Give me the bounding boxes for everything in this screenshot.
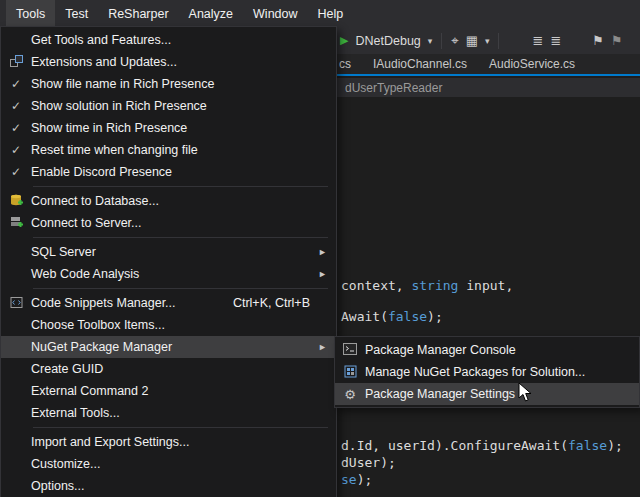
menu-item-web-code-analysis[interactable]: Web Code Analysis► <box>1 263 336 285</box>
menu-item-connect-to-database[interactable]: Connect to Database... <box>1 190 336 212</box>
tab-audioservice[interactable]: AudioService.cs <box>478 54 586 74</box>
console-icon <box>335 343 365 357</box>
menu-tools[interactable]: Tools <box>6 0 55 27</box>
snippets-icon <box>1 296 31 311</box>
menu-analyze[interactable]: Analyze <box>179 0 243 27</box>
start-debug-icon[interactable]: ▶ <box>340 34 348 47</box>
menu-item-package-manager-settings[interactable]: ⚙Package Manager Settings <box>335 383 639 405</box>
debug-target-selector[interactable]: DNetDebug <box>355 34 420 48</box>
menu-test[interactable]: Test <box>55 0 98 27</box>
menu-item-show-time-rich-presence[interactable]: ✓Show time in Rich Presence <box>1 117 336 139</box>
code-line: d.Id, userId).ConfigureAwait(false); <box>341 438 623 453</box>
check-icon: ✓ <box>1 144 31 156</box>
menu-item-external-command-2[interactable]: External Command 2 <box>1 380 336 402</box>
menu-item-manage-nuget-packages-for-solution[interactable]: Manage NuGet Packages for Solution... <box>335 361 639 383</box>
menu-item-customize[interactable]: Customize... <box>1 453 336 475</box>
vs-window: Tools Test ReSharper Analyze Window Help… <box>0 0 640 497</box>
mouse-cursor <box>518 382 534 404</box>
code-keyword: false <box>388 309 427 324</box>
toolbar-separator <box>498 33 499 49</box>
packages-icon <box>335 365 365 380</box>
code-line: dUser); <box>341 455 396 470</box>
attach-process-icon[interactable]: ⌖ <box>451 33 458 49</box>
navigation-type-label[interactable]: dUserTypeReader <box>345 81 442 95</box>
menu-window[interactable]: Window <box>243 0 307 27</box>
code-text: dUser); <box>341 455 396 470</box>
tab-iaudiochannel[interactable]: IAudioChannel.cs <box>362 54 478 74</box>
layout-chevron-icon[interactable]: ▾ <box>485 36 490 46</box>
next-bookmark-icon[interactable]: ⚑ <box>611 33 623 48</box>
window-layout-icon[interactable]: ▦ <box>466 33 478 48</box>
menu-item-choose-toolbox-items[interactable]: Choose Toolbox Items... <box>1 314 336 336</box>
code-keyword: se <box>341 472 357 487</box>
menu-item-enable-discord-presence[interactable]: ✓Enable Discord Presence <box>1 161 336 183</box>
menu-separator <box>33 427 328 428</box>
menu-item-connect-to-server[interactable]: Connect to Server... <box>1 212 336 234</box>
code-keyword: false <box>568 438 607 453</box>
menu-item-import-and-export-settings[interactable]: Import and Export Settings... <box>1 431 336 453</box>
submenu-arrow-icon: ► <box>318 342 327 352</box>
indent-guides-icon[interactable]: ≣ <box>532 33 543 48</box>
code-line: context, string input, <box>341 278 513 293</box>
menu-item-show-solution-rich-presence[interactable]: ✓Show solution in Rich Presence <box>1 95 336 117</box>
code-text: ); <box>607 438 623 453</box>
menu-item-extensions-and-updates[interactable]: Extensions and Updates... <box>1 51 336 73</box>
code-line: Await(false); <box>341 309 443 324</box>
bookmark-icon[interactable]: ⚑ <box>592 33 604 48</box>
check-icon: ✓ <box>1 166 31 178</box>
menu-item-get-tools-and-features[interactable]: Get Tools and Features... <box>1 29 336 51</box>
code-text: context, <box>341 278 411 293</box>
database-icon <box>1 194 31 209</box>
menu-item-nuget-package-manager[interactable]: NuGet Package Manager► <box>1 336 336 358</box>
toolbar-separator <box>441 33 442 49</box>
check-icon: ✓ <box>1 78 31 90</box>
gear-icon: ⚙ <box>335 388 365 401</box>
menu-help[interactable]: Help <box>308 0 354 27</box>
submenu-arrow-icon: ► <box>318 247 327 257</box>
menu-separator <box>33 186 328 187</box>
code-text: d.Id, userId).ConfigureAwait( <box>341 438 568 453</box>
toolbar-content: ▶ DNetDebug ▾ ⌖ ▦ ▾ ≣ ≣ ⚑ ⚑ <box>340 27 623 54</box>
menu-item-create-guid[interactable]: Create GUID <box>1 358 336 380</box>
server-icon <box>1 216 31 231</box>
code-line: se); <box>341 472 372 487</box>
code-text: ); <box>357 472 373 487</box>
nuget-submenu: Package Manager Console Manage NuGet Pac… <box>334 336 640 408</box>
menu-separator <box>33 288 328 289</box>
line-numbers-icon[interactable]: ≣ <box>550 33 561 48</box>
menu-item-options[interactable]: Options... <box>1 475 336 497</box>
code-text: input, <box>458 278 513 293</box>
code-text: ); <box>427 309 443 324</box>
chevron-down-icon[interactable]: ▾ <box>428 36 433 46</box>
menu-separator <box>33 237 328 238</box>
menu-shortcut: Ctrl+K, Ctrl+B <box>233 296 310 310</box>
tools-menu: Get Tools and Features... Extensions and… <box>0 26 337 497</box>
code-keyword: string <box>411 278 458 293</box>
menu-item-package-manager-console[interactable]: Package Manager Console <box>335 339 639 361</box>
extensions-icon <box>1 55 31 70</box>
menu-item-external-tools[interactable]: External Tools... <box>1 402 336 424</box>
submenu-arrow-icon: ► <box>318 269 327 279</box>
menu-item-show-file-name-rich-presence[interactable]: ✓Show file name in Rich Presence <box>1 73 336 95</box>
menu-resharper[interactable]: ReSharper <box>98 0 178 27</box>
menu-item-code-snippets-manager[interactable]: Code Snippets Manager...Ctrl+K, Ctrl+B <box>1 292 336 314</box>
code-text: Await( <box>341 309 388 324</box>
menu-item-reset-time-changing-file[interactable]: ✓Reset time when changing file <box>1 139 336 161</box>
menu-bar: Tools Test ReSharper Analyze Window Help <box>0 0 640 27</box>
menu-item-sql-server[interactable]: SQL Server► <box>1 241 336 263</box>
check-icon: ✓ <box>1 100 31 112</box>
check-icon: ✓ <box>1 122 31 134</box>
